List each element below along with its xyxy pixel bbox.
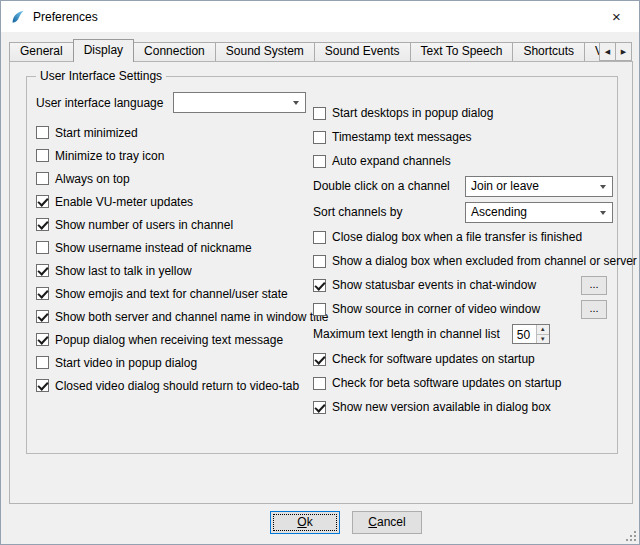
show-username-instead-of-nickname-checkbox[interactable] bbox=[36, 241, 49, 254]
tab-page-display: User Interface Settings User interface l… bbox=[9, 61, 633, 504]
sort-channels-row: Sort channels by Ascending bbox=[313, 199, 613, 225]
chevron-down-icon bbox=[600, 211, 606, 215]
option-row: Show new version available in dialog box bbox=[313, 395, 613, 419]
double-click-row: Double click on a channel Join or leave bbox=[313, 173, 613, 199]
video-source-row: Show source in corner of video window ..… bbox=[313, 297, 613, 321]
tab-scroll-right-button[interactable]: ▶ bbox=[615, 42, 632, 61]
option-row: Show a dialog box when excluded from cha… bbox=[313, 249, 613, 273]
tab-sound-events[interactable]: Sound Events bbox=[314, 42, 411, 61]
start-minimized-checkbox[interactable] bbox=[36, 126, 49, 139]
start-desktops-in-popup-dialog-checkbox[interactable] bbox=[313, 107, 326, 120]
show-number-of-users-in-channel-checkbox[interactable] bbox=[36, 218, 49, 231]
window-title: Preferences bbox=[33, 10, 98, 24]
checkbox-label[interactable]: Show source in corner of video window bbox=[332, 302, 540, 316]
check-for-software-updates-on-startup-checkbox[interactable] bbox=[313, 353, 326, 366]
timestamp-text-messages-checkbox[interactable] bbox=[313, 131, 326, 144]
right-bottom-options-list: Check for software updates on startupChe… bbox=[313, 347, 613, 419]
ui-settings-group: User Interface Settings User interface l… bbox=[26, 76, 618, 454]
tab-shortcuts[interactable]: Shortcuts bbox=[512, 42, 585, 61]
double-click-label: Double click on a channel bbox=[313, 179, 450, 193]
right-mid-options-list: Close dialog box when a file transfer is… bbox=[313, 225, 613, 273]
language-combobox[interactable] bbox=[173, 92, 306, 113]
double-click-combobox-value: Join or leave bbox=[471, 179, 539, 193]
language-label: User interface language bbox=[36, 96, 163, 110]
auto-expand-channels-checkbox[interactable] bbox=[313, 155, 326, 168]
double-click-combobox[interactable]: Join or leave bbox=[465, 176, 613, 197]
checkbox-label[interactable]: Start video in popup dialog bbox=[55, 356, 197, 370]
sort-channels-combobox[interactable]: Ascending bbox=[465, 202, 613, 223]
show-new-version-available-in-dialog-box-checkbox[interactable] bbox=[313, 401, 326, 414]
checkbox-label[interactable]: Show both server and channel name in win… bbox=[55, 310, 329, 324]
option-row: Timestamp text messages bbox=[313, 125, 613, 149]
checkbox-label[interactable]: Show new version available in dialog box bbox=[332, 400, 551, 414]
checkbox-label[interactable]: Check for beta software updates on start… bbox=[332, 376, 561, 390]
checkbox-label[interactable]: Show a dialog box when excluded from cha… bbox=[332, 254, 637, 268]
checkbox-label[interactable]: Show last to talk in yellow bbox=[55, 264, 192, 278]
show-both-server-and-channel-name-in-window-title-checkbox[interactable] bbox=[36, 310, 49, 323]
show-statusbar-events-checkbox[interactable] bbox=[313, 279, 326, 292]
statusbar-events-browse-button[interactable]: ... bbox=[581, 276, 607, 295]
ok-button[interactable]: Ok bbox=[270, 511, 340, 534]
group-title: User Interface Settings bbox=[36, 69, 166, 83]
show-video-source-checkbox[interactable] bbox=[313, 303, 326, 316]
resize-grip[interactable] bbox=[625, 530, 637, 542]
closed-video-dialog-should-return-to-video-tab-checkbox[interactable] bbox=[36, 379, 49, 392]
video-source-browse-button[interactable]: ... bbox=[581, 300, 607, 319]
checkbox-label[interactable]: Show number of users in channel bbox=[55, 218, 233, 232]
tab-display[interactable]: Display bbox=[73, 39, 134, 62]
checkbox-label[interactable]: Show statusbar events in chat-window bbox=[332, 278, 536, 292]
option-row: Show emojis and text for channel/user st… bbox=[36, 282, 306, 305]
tab-text-to-speech[interactable]: Text To Speech bbox=[410, 42, 514, 61]
checkbox-label[interactable]: Show username instead of nickname bbox=[55, 241, 252, 255]
checkbox-label[interactable]: Auto expand channels bbox=[332, 154, 451, 168]
option-row: Start video in popup dialog bbox=[36, 351, 306, 374]
option-row: Show number of users in channel bbox=[36, 213, 306, 236]
checkbox-label[interactable]: Timestamp text messages bbox=[332, 130, 472, 144]
preferences-dialog: Preferences × GeneralDisplayConnectionSo… bbox=[0, 0, 640, 545]
close-icon: × bbox=[612, 8, 621, 25]
tab-sound-system[interactable]: Sound System bbox=[215, 42, 315, 61]
tab-scroll-left-button[interactable]: ◀ bbox=[599, 42, 616, 61]
option-row: Show username instead of nickname bbox=[36, 236, 306, 259]
option-row: Show both server and channel name in win… bbox=[36, 305, 306, 328]
close-dialog-box-when-a-file-transfer-is-finished-checkbox[interactable] bbox=[313, 231, 326, 244]
option-row: Closed video dialog should return to vid… bbox=[36, 374, 306, 397]
check-for-beta-software-updates-on-startup-checkbox[interactable] bbox=[313, 377, 326, 390]
spinner-buttons: ▲ ▼ bbox=[536, 325, 549, 343]
checkbox-label[interactable]: Start minimized bbox=[55, 126, 138, 140]
popup-dialog-when-receiving-text-message-checkbox[interactable] bbox=[36, 333, 49, 346]
tab-scroll-buttons: ◀ ▶ bbox=[600, 42, 632, 61]
start-video-in-popup-dialog-checkbox[interactable] bbox=[36, 356, 49, 369]
checkbox-label[interactable]: Minimize to tray icon bbox=[55, 149, 164, 163]
show-last-to-talk-in-yellow-checkbox[interactable] bbox=[36, 264, 49, 277]
spin-up-button[interactable]: ▲ bbox=[537, 325, 549, 335]
max-text-length-spinner[interactable]: 50 ▲ ▼ bbox=[512, 324, 550, 344]
option-row: Start desktops in popup dialog bbox=[313, 101, 613, 125]
checkbox-label[interactable]: Closed video dialog should return to vid… bbox=[55, 379, 299, 393]
checkbox-label[interactable]: Popup dialog when receiving text message bbox=[55, 333, 283, 347]
show-emojis-and-text-for-channel-user-state-checkbox[interactable] bbox=[36, 287, 49, 300]
close-button[interactable]: × bbox=[594, 1, 639, 32]
right-top-options-list: Start desktops in popup dialogTimestamp … bbox=[313, 101, 613, 173]
checkbox-label[interactable]: Always on top bbox=[55, 172, 130, 186]
option-row: Check for software updates on startup bbox=[313, 347, 613, 371]
tab-connection[interactable]: Connection bbox=[133, 42, 216, 61]
cancel-button[interactable]: Cancel bbox=[352, 511, 422, 534]
checkbox-label[interactable]: Check for software updates on startup bbox=[332, 352, 535, 366]
arrow-right-icon: ▶ bbox=[621, 48, 626, 56]
option-row: Popup dialog when receiving text message bbox=[36, 328, 306, 351]
tab-general[interactable]: General bbox=[9, 42, 74, 61]
always-on-top-checkbox[interactable] bbox=[36, 172, 49, 185]
checkbox-label[interactable]: Enable VU-meter updates bbox=[55, 195, 193, 209]
spin-down-button[interactable]: ▼ bbox=[537, 335, 549, 344]
enable-vu-meter-updates-checkbox[interactable] bbox=[36, 195, 49, 208]
arrow-left-icon: ◀ bbox=[605, 48, 610, 56]
checkbox-label[interactable]: Show emojis and text for channel/user st… bbox=[55, 287, 288, 301]
sort-channels-label: Sort channels by bbox=[313, 205, 402, 219]
checkbox-label[interactable]: Start desktops in popup dialog bbox=[332, 106, 493, 120]
show-a-dialog-box-when-excluded-from-channel-or-server-checkbox[interactable] bbox=[313, 255, 326, 268]
statusbar-events-row: Show statusbar events in chat-window ... bbox=[313, 273, 613, 297]
minimize-to-tray-icon-checkbox[interactable] bbox=[36, 149, 49, 162]
checkbox-label[interactable]: Close dialog box when a file transfer is… bbox=[332, 230, 582, 244]
sort-channels-combobox-value: Ascending bbox=[471, 205, 527, 219]
